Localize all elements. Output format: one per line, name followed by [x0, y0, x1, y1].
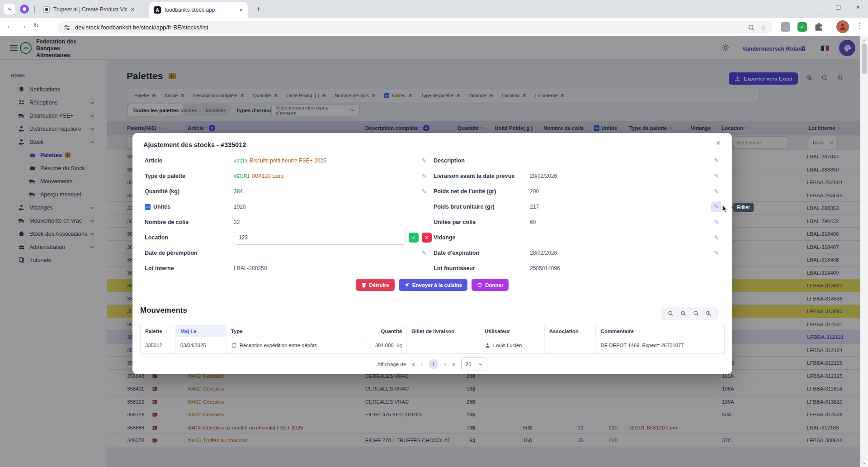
screen: Trupeer.ai | Create Product Vide ✕ A foo… — [0, 0, 868, 467]
cancel-button[interactable]: ✕ — [422, 233, 432, 243]
zoom-out-icon[interactable] — [668, 310, 674, 316]
mouvements-column-header[interactable]: Quantité — [363, 325, 407, 337]
action-button[interactable]: Envoyer à la cuisine — [399, 279, 468, 291]
edit-button[interactable]: ✎ — [711, 248, 722, 258]
window-close-button[interactable]: ✕ — [848, 0, 868, 14]
zoom-in-icon[interactable] — [706, 310, 712, 316]
reload-button[interactable]: ↻ — [33, 22, 39, 29]
edit-button[interactable]: ✎ — [711, 232, 722, 243]
first-page-button[interactable]: « — [412, 361, 415, 367]
pencil-icon: ✎ — [714, 234, 719, 241]
heart-icon — [477, 282, 482, 288]
action-button[interactable]: Donner — [472, 279, 509, 291]
browser-menu-icon[interactable]: ⋮ — [856, 22, 863, 30]
fields-right: Description ✎ Livraison avant la date pr… — [434, 153, 723, 276]
mouvements-heading: Mouvements — [140, 306, 187, 315]
field-row: Location ✓ ✕ — [145, 230, 430, 245]
field-label: Vidange — [434, 234, 455, 241]
field-value: 80X120 Euro — [252, 173, 283, 179]
action-button[interactable]: Détruire — [356, 279, 395, 291]
bookmark-star-icon[interactable]: ☆ — [760, 24, 767, 31]
extension-icon[interactable] — [781, 22, 790, 32]
pencil-icon: ✎ — [421, 249, 427, 257]
extensions-puzzle-icon[interactable] — [814, 22, 823, 31]
new-tab-button[interactable]: + — [254, 5, 263, 14]
field-label: Quantité (kg) — [145, 188, 179, 195]
extension-check-icon[interactable]: ✓ — [797, 22, 807, 32]
pencil-icon: ✎ — [714, 249, 719, 257]
current-page[interactable]: 1 — [429, 359, 439, 369]
edit-button[interactable]: ✎ — [419, 248, 429, 258]
last-page-button[interactable]: » — [452, 361, 455, 367]
mouvements-column-header[interactable]: Maj Le — [176, 325, 226, 337]
search-lens-icon[interactable] — [748, 24, 755, 31]
field-value: 2505014096 — [530, 265, 560, 272]
modal-title: Ajustement des stocks - #335012 — [143, 141, 246, 148]
scroll-down-icon[interactable]: ▼ — [860, 462, 868, 465]
close-icon[interactable]: ✕ — [716, 139, 721, 147]
pinned-extension-icon[interactable] — [20, 5, 29, 14]
chevron-down-icon — [478, 362, 483, 367]
page-scrollbar[interactable]: ▲ ▼ — [860, 36, 868, 467]
back-button[interactable]: ← — [6, 22, 13, 29]
edit-button[interactable]: ✎ — [419, 155, 429, 166]
field-label: Type de palette — [145, 173, 185, 179]
address-bar[interactable]: dev.stock.foodbanksit.be/stock/app/fr-BE… — [58, 21, 772, 34]
forward-button[interactable]: → — [20, 22, 27, 29]
mouvements-column-header[interactable]: Utilisateur — [480, 325, 545, 337]
tab-close-icon[interactable]: ✕ — [239, 7, 243, 13]
browser-tab-bar: Trupeer.ai | Create Product Vide ✕ A foo… — [0, 0, 868, 18]
location-input[interactable] — [234, 231, 406, 245]
browser-tab-foodbanks[interactable]: A foodbanks-stock-app ✕ — [149, 2, 248, 18]
fields-left: Article #0213Biscuits petit beurre FSE+ … — [145, 153, 430, 276]
confirm-button[interactable]: ✓ — [409, 233, 419, 243]
pencil-icon: ✎ — [714, 172, 719, 180]
field-label: Poids net de l'unité (gr) — [434, 188, 496, 195]
edit-button[interactable]: ✎ — [711, 186, 722, 197]
field-row: Vidange ✎ — [434, 230, 723, 245]
edit-button[interactable]: ✎ — [711, 171, 722, 181]
scrollbar-thumb[interactable] — [862, 43, 867, 74]
page-size-select[interactable]: 25 — [461, 357, 487, 371]
field-row: Unités 1920 — [145, 199, 430, 214]
field-value: 28/02/2026 — [530, 173, 557, 179]
next-page-button[interactable]: › — [444, 361, 446, 367]
tab-close-icon[interactable]: ✕ — [131, 7, 135, 13]
field-row: Quantité (kg) 384 ✎ — [145, 184, 430, 199]
mouvement-row[interactable]: 335012 03/04/2025 Réception expédition e… — [141, 337, 724, 353]
search-icon[interactable] — [693, 310, 699, 316]
window-maximize-button[interactable] — [828, 0, 848, 14]
field-value: 200 — [530, 188, 539, 195]
edit-button[interactable]: ✎ — [711, 217, 722, 228]
edit-button[interactable]: ✎ — [419, 186, 429, 197]
field-label: Poids brut unitaire (gr) — [434, 204, 495, 210]
field-label: Date de péremption — [145, 250, 198, 256]
field-value: LBAL-288350 — [234, 265, 267, 272]
mouvements-column-header[interactable]: Association — [545, 325, 596, 337]
field-value: 60 — [530, 219, 536, 225]
mouvements-column-header[interactable]: Billet de livraison — [407, 325, 480, 337]
tab-search-button[interactable] — [4, 4, 15, 14]
field-row: Lot fournisseur 2505014096 — [434, 261, 723, 276]
mouvements-column-header[interactable]: Palette — [141, 325, 176, 337]
prev-page-button[interactable]: ‹ — [421, 361, 423, 367]
field-label: Lot fournisseur — [434, 265, 475, 272]
field-label: Article — [145, 157, 162, 164]
field-label: Description — [434, 157, 465, 164]
field-value: 217 — [530, 204, 539, 210]
scroll-up-icon[interactable]: ▲ — [860, 38, 868, 41]
window-minimize-button[interactable]: — — [808, 0, 828, 14]
field-label: Unités — [153, 204, 170, 210]
mouvements-column-header[interactable]: Type — [226, 325, 363, 337]
url-text[interactable]: dev.stock.foodbanksit.be/stock/app/fr-BE… — [75, 24, 743, 31]
site-info-icon[interactable] — [63, 24, 71, 31]
trupeer-favicon — [43, 6, 50, 13]
browser-tab-trupeer[interactable]: Trupeer.ai | Create Product Vide ✕ — [39, 3, 139, 16]
edit-button[interactable]: ✎ — [419, 171, 429, 181]
field-row: Poids brut unitaire (gr) 217 ✎ — [434, 199, 723, 214]
divider — [138, 298, 726, 298]
browser-profile-avatar[interactable] — [836, 20, 849, 33]
zoom-reset-icon[interactable] — [680, 310, 686, 316]
edit-button[interactable]: ✎ — [711, 155, 722, 166]
mouvements-column-header[interactable]: Commentaire — [596, 325, 724, 337]
